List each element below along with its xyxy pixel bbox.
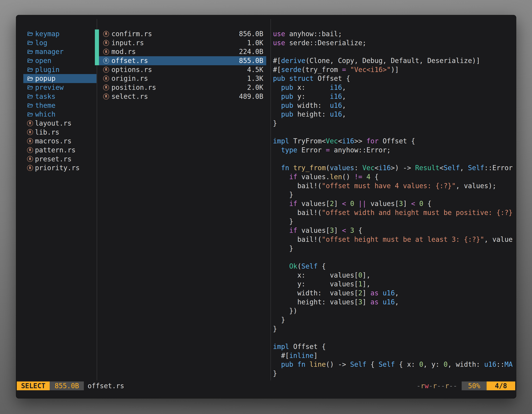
sidebar-item-layout.rs[interactable]: Rlayout.rs: [23, 119, 96, 128]
sidebar-item-pattern.rs[interactable]: Rpattern.rs: [23, 146, 96, 155]
code-line: }: [273, 217, 516, 226]
rust-file-icon: R: [103, 94, 109, 100]
sidebar-item-label: open: [35, 56, 51, 65]
permission-char: -: [417, 382, 421, 390]
code-line: #[inline]: [273, 351, 516, 360]
permission-char: -: [453, 382, 457, 390]
file-row-options.rs[interactable]: Roptions.rs4.5K: [99, 65, 266, 74]
file-size: 4.5K: [247, 65, 263, 74]
file-name: offset.rs: [111, 56, 237, 65]
file-row-confirm.rs[interactable]: Rconfirm.rs856.0B: [99, 29, 266, 39]
file-name: select.rs: [111, 92, 237, 101]
code-line: [273, 253, 516, 262]
permission-char: r: [433, 382, 437, 390]
pane-separator-left: [97, 19, 97, 380]
code-line: y: values[1],: [273, 279, 516, 289]
permission-char: r: [445, 382, 449, 390]
code-line: }: [273, 315, 516, 324]
code-line: [273, 155, 516, 164]
permission-char: w: [425, 382, 429, 390]
code-line: [273, 333, 516, 342]
rust-file-icon: R: [27, 165, 33, 171]
code-line: if values.len() != 4 {: [273, 173, 516, 182]
code-line: bail!("offset must have 4 values: {:?}",…: [273, 182, 516, 191]
sidebar-item-tasks[interactable]: tasks: [23, 92, 96, 101]
rust-file-icon: R: [103, 58, 109, 64]
sidebar-item-label: tasks: [35, 92, 55, 101]
sidebar-item-label: lib.rs: [35, 128, 59, 137]
open-folder-icon: [27, 84, 33, 91]
open-folder-icon: [27, 31, 33, 37]
sidebar-item-popup[interactable]: popup: [23, 74, 96, 83]
code-line: Ok(Self {: [273, 262, 516, 271]
pane-separator-right: [270, 19, 271, 380]
file-row-mod.rs[interactable]: Rmod.rs224.0B: [99, 47, 266, 56]
sidebar-item-preset.rs[interactable]: Rpreset.rs: [23, 155, 96, 164]
code-line: pub width: u16,: [273, 101, 516, 110]
permission-char: -: [437, 382, 441, 390]
sidebar-item-preview[interactable]: preview: [23, 83, 96, 92]
file-preview-pane: use anyhow::bail;use serde::Deserialize;…: [273, 29, 516, 379]
sidebar-item-log[interactable]: log: [23, 39, 96, 48]
marked-files-bar: [95, 29, 99, 65]
code-line: pub x: i16,: [273, 83, 516, 92]
open-folder-icon: [27, 93, 33, 100]
sidebar-item-label: pattern.rs: [35, 146, 76, 155]
file-row-origin.rs[interactable]: Rorigin.rs1.3K: [99, 74, 266, 83]
open-folder-icon: [27, 58, 33, 64]
rust-file-icon: R: [27, 138, 33, 144]
sidebar-item-label: keymap: [35, 29, 59, 39]
file-name: origin.rs: [111, 74, 245, 83]
file-row-input.rs[interactable]: Rinput.rs1.0K: [99, 39, 266, 48]
sidebar-item-theme[interactable]: theme: [23, 101, 96, 110]
permission-char: -: [441, 382, 445, 390]
file-size-badge: 855.0B: [50, 382, 84, 390]
rust-file-icon: R: [103, 67, 109, 73]
file-row-position.rs[interactable]: Rposition.rs2.0K: [99, 83, 266, 92]
sidebar-item-keymap[interactable]: keymap: [23, 29, 96, 39]
permission-char: -: [449, 382, 453, 390]
file-row-select.rs[interactable]: Rselect.rs489.0B: [99, 92, 266, 101]
parent-directory-pane: keymaplogmanageropenpluginpopuppreviewta…: [23, 29, 96, 173]
code-line: x: values[0],: [273, 271, 516, 280]
code-line: [273, 47, 516, 56]
file-size: 1.3K: [247, 74, 263, 83]
code-line: bail!("offset width and height must be p…: [273, 208, 516, 217]
current-directory-pane: Rconfirm.rs856.0BRinput.rs1.0KRmod.rs224…: [99, 29, 266, 101]
scroll-percent-badge: 50%: [462, 382, 487, 390]
rust-file-icon: R: [27, 120, 33, 126]
code-line: impl TryFrom<Vec<i16>> for Offset {: [273, 137, 516, 146]
sidebar-item-label: macros.rs: [35, 137, 72, 146]
rust-file-icon: R: [27, 147, 33, 153]
sidebar-item-plugin[interactable]: plugin: [23, 65, 96, 74]
open-folder-icon: [27, 67, 33, 73]
sidebar-item-priority.rs[interactable]: Rpriority.rs: [23, 164, 96, 173]
code-line: width: values[2] as u16,: [273, 289, 516, 298]
sidebar-item-macros.rs[interactable]: Rmacros.rs: [23, 137, 96, 146]
file-name: mod.rs: [111, 47, 237, 56]
code-line: impl Offset {: [273, 342, 516, 351]
sidebar-item-which[interactable]: which: [23, 110, 96, 119]
mode-badge: SELECT: [17, 382, 50, 390]
sidebar-item-open[interactable]: open: [23, 56, 96, 65]
rust-file-icon: R: [103, 85, 109, 91]
file-name: input.rs: [111, 39, 245, 48]
code-line: pub y: i16,: [273, 92, 516, 101]
code-line: }: [273, 119, 516, 128]
rust-file-icon: R: [103, 76, 109, 82]
code-line: if values[3] < 3 {: [273, 226, 516, 235]
file-size: 489.0B: [239, 92, 263, 101]
sidebar-item-label: theme: [35, 101, 55, 110]
code-line: height: values[3] as u16,: [273, 298, 516, 307]
code-line: pub fn line() -> Self { Self { x: 0, y: …: [273, 360, 516, 369]
sidebar-item-label: preview: [35, 83, 64, 92]
rust-file-icon: R: [103, 31, 109, 37]
file-row-offset.rs[interactable]: Roffset.rs855.0B: [99, 56, 266, 65]
sidebar-item-lib.rs[interactable]: Rlib.rs: [23, 128, 96, 137]
permissions-text: -rw-r--r--: [417, 382, 457, 390]
rust-file-icon: R: [103, 40, 109, 46]
sidebar-item-label: popup: [35, 74, 55, 83]
file-name: position.rs: [111, 83, 245, 92]
sidebar-item-label: priority.rs: [35, 164, 80, 173]
sidebar-item-manager[interactable]: manager: [23, 47, 96, 56]
